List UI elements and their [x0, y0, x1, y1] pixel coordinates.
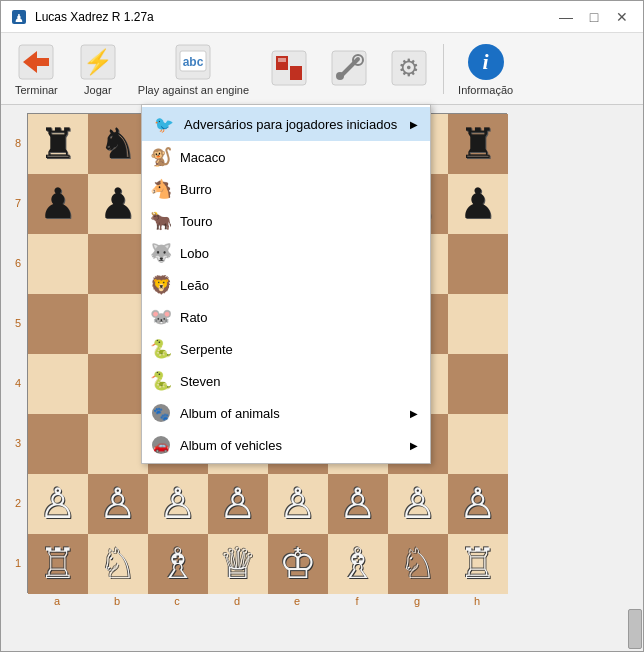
menu-burro[interactable]: 🐴 Burro — [142, 173, 430, 205]
svg-point-16 — [336, 72, 344, 80]
cell-7-1[interactable]: ♘ — [88, 534, 148, 594]
cell-2-7[interactable] — [448, 234, 508, 294]
svg-rect-12 — [278, 58, 286, 62]
jogar-icon: ⚡ — [78, 42, 118, 82]
album-animals-arrow: ▶ — [400, 408, 418, 419]
rato-icon: 🐭 — [150, 306, 172, 328]
cell-7-4[interactable]: ♔ — [268, 534, 328, 594]
minimize-button[interactable]: — — [553, 6, 579, 28]
cell-7-6[interactable]: ♘ — [388, 534, 448, 594]
row-label-7: 7 — [13, 173, 23, 233]
cell-3-7[interactable] — [448, 294, 508, 354]
svg-text:abc: abc — [183, 55, 204, 69]
menu-lobo[interactable]: 🐺 Lobo — [142, 237, 430, 269]
toolbar-terminar[interactable]: Terminar — [5, 37, 68, 101]
cell-3-0[interactable] — [28, 294, 88, 354]
info-label: Informação — [458, 84, 513, 96]
cell-0-0[interactable]: ♜ — [28, 114, 88, 174]
burro-icon: 🐴 — [150, 178, 172, 200]
menu-touro[interactable]: 🐂 Touro — [142, 205, 430, 237]
serpente-icon: 🐍 — [150, 338, 172, 360]
cell-6-6[interactable]: ♙ — [388, 474, 448, 534]
menu-leao[interactable]: 🦁 Leão — [142, 269, 430, 301]
menu-steven[interactable]: 🐍 Steven — [142, 365, 430, 397]
title-bar: ♟ Lucas Xadrez R 1.27a — □ ✕ — [1, 1, 643, 33]
play-engine-label: Play against an engine — [138, 84, 249, 96]
cell-4-1[interactable] — [88, 354, 148, 414]
macaco-label: Macaco — [180, 150, 226, 165]
adversarios-arrow-icon: ▶ — [400, 119, 418, 130]
toolbar-gear[interactable]: ⚙ — [379, 37, 439, 101]
lobo-icon: 🐺 — [150, 242, 172, 264]
window-controls: — □ ✕ — [553, 6, 635, 28]
cell-0-1[interactable]: ♞ — [88, 114, 148, 174]
maximize-button[interactable]: □ — [581, 6, 607, 28]
cell-6-5[interactable]: ♙ — [328, 474, 388, 534]
toolbar-info[interactable]: i Informação — [448, 37, 523, 101]
album-animals-label: Album of animals — [180, 406, 280, 421]
menu-album-vehicles[interactable]: 🚗 Album of vehicles ▶ — [142, 429, 430, 461]
window-title: Lucas Xadrez R 1.27a — [35, 10, 553, 24]
cell-1-1[interactable]: ♟ — [88, 174, 148, 234]
cell-5-0[interactable] — [28, 414, 88, 474]
row-label-8: 8 — [13, 113, 23, 173]
toolbar-sep — [443, 44, 444, 94]
row-label-4: 4 — [13, 353, 23, 413]
scrollbar[interactable] — [627, 105, 643, 651]
menu-macaco[interactable]: 🐒 Macaco — [142, 141, 430, 173]
cell-1-0[interactable]: ♟ — [28, 174, 88, 234]
cell-6-2[interactable]: ♙ — [148, 474, 208, 534]
col-label-d: d — [207, 595, 267, 607]
cell-6-4[interactable]: ♙ — [268, 474, 328, 534]
jogar-label: Jogar — [84, 84, 112, 96]
terminar-label: Terminar — [15, 84, 58, 96]
toolbar: Terminar ⚡ Jogar abc Play against an en — [1, 33, 643, 105]
cell-7-2[interactable]: ♗ — [148, 534, 208, 594]
cell-7-7[interactable]: ♖ — [448, 534, 508, 594]
cell-7-5[interactable]: ♗ — [328, 534, 388, 594]
cell-0-7[interactable]: ♜ — [448, 114, 508, 174]
toolbar-target[interactable] — [259, 37, 319, 101]
col-label-g: g — [387, 595, 447, 607]
cell-6-0[interactable]: ♙ — [28, 474, 88, 534]
adversarios-header[interactable]: 🐦 Adversários para jogadores iniciados ▶ — [142, 107, 430, 141]
cell-7-0[interactable]: ♖ — [28, 534, 88, 594]
cell-6-1[interactable]: ♙ — [88, 474, 148, 534]
album-animals-icon: 🐾 — [150, 402, 172, 424]
play-engine-icon: abc — [173, 42, 213, 82]
svg-text:⚙: ⚙ — [398, 54, 420, 81]
cell-2-1[interactable] — [88, 234, 148, 294]
touro-icon: 🐂 — [150, 210, 172, 232]
cell-6-3[interactable]: ♙ — [208, 474, 268, 534]
toolbar-wrench[interactable] — [319, 37, 379, 101]
cell-5-1[interactable] — [88, 414, 148, 474]
col-label-e: e — [267, 595, 327, 607]
cell-4-0[interactable] — [28, 354, 88, 414]
cell-5-7[interactable] — [448, 414, 508, 474]
menu-album-animals[interactable]: 🐾 Album of animals ▶ — [142, 397, 430, 429]
col-label-h: h — [447, 595, 507, 607]
svg-rect-11 — [290, 66, 302, 80]
leao-label: Leão — [180, 278, 209, 293]
toolbar-jogar[interactable]: ⚡ Jogar — [68, 37, 128, 101]
cell-4-7[interactable] — [448, 354, 508, 414]
serpente-label: Serpente — [180, 342, 233, 357]
svg-text:♟: ♟ — [14, 12, 24, 24]
adversarios-header-label: Adversários para jogadores iniciados — [184, 117, 397, 132]
row-label-3: 3 — [13, 413, 23, 473]
menu-rato[interactable]: 🐭 Rato — [142, 301, 430, 333]
menu-serpente[interactable]: 🐍 Serpente — [142, 333, 430, 365]
close-button[interactable]: ✕ — [609, 6, 635, 28]
cell-6-7[interactable]: ♙ — [448, 474, 508, 534]
cell-7-3[interactable]: ♕ — [208, 534, 268, 594]
cell-3-1[interactable] — [88, 294, 148, 354]
cell-2-0[interactable] — [28, 234, 88, 294]
gear-icon: ⚙ — [389, 48, 429, 88]
svg-text:🚗: 🚗 — [153, 437, 170, 454]
target-icon — [269, 48, 309, 88]
header-bird-icon: 🐦 — [154, 113, 176, 135]
scroll-thumb[interactable] — [628, 609, 642, 649]
toolbar-play-engine[interactable]: abc Play against an engine — [128, 37, 259, 101]
row-label-1: 1 — [13, 533, 23, 593]
cell-1-7[interactable]: ♟ — [448, 174, 508, 234]
